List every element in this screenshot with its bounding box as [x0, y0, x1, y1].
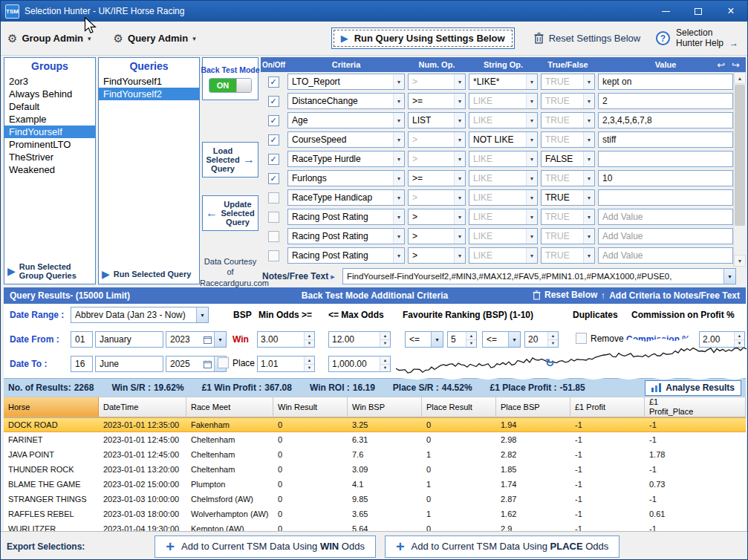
criteria-field-select[interactable]: CourseSpeed▾	[287, 131, 405, 148]
true-false-select[interactable]: TRUE▾	[541, 131, 595, 148]
place-checkbox[interactable]: Place	[218, 357, 255, 368]
true-false-select[interactable]: FALSE▾	[541, 151, 595, 167]
minimize-button[interactable]	[649, 1, 682, 22]
spin-up-icon[interactable]: ▲	[305, 332, 314, 339]
spin-up-icon[interactable]: ▲	[380, 356, 390, 364]
notes-free-text-input[interactable]: FindYourself-FindYourself2,#MIN3,#MAX12,…	[342, 268, 736, 284]
list-item-prominentlto[interactable]: ProminentLTO	[4, 138, 95, 151]
criteria-field-select[interactable]: DistanceChange▾	[287, 93, 405, 109]
list-item-always behind[interactable]: Always Behind	[4, 88, 95, 100]
string-operator-select[interactable]: LIKE▾	[469, 93, 538, 109]
refresh-icon[interactable]: ↻	[545, 356, 555, 370]
add-criteria-to-notes-button[interactable]: ↑ Add Criteria to Notes/Free Text	[601, 290, 740, 301]
list-item-default[interactable]: Default	[4, 100, 95, 113]
remove-duplicates-checkbox[interactable]: Remove	[576, 333, 624, 344]
criteria-enabled-checkbox[interactable]: ✓	[268, 96, 279, 107]
table-row[interactable]: JAVA POINT2023-01-01 12:45:00Cheltenham0…	[4, 447, 746, 462]
criteria-enabled-checkbox[interactable]: ✓	[268, 154, 279, 165]
date-from-month-select[interactable]: January	[95, 331, 163, 348]
reset-below-button[interactable]: Reset Below	[533, 290, 597, 300]
numeric-operator-select[interactable]: >▾	[408, 189, 466, 206]
numeric-operator-select[interactable]: >=▾	[408, 170, 466, 186]
criteria-field-select[interactable]: Racing Post Rating▾	[287, 247, 405, 264]
spin-down-icon[interactable]: ▼	[305, 364, 314, 372]
fav-rank-min-op-select[interactable]: <=▾	[405, 331, 443, 348]
true-false-select[interactable]: TRUE▾	[541, 247, 595, 264]
column-header[interactable]: Win Result	[273, 397, 348, 417]
column-header[interactable]: Place Result	[422, 397, 496, 417]
list-item-weakened[interactable]: Weakened	[4, 163, 95, 176]
criteria-value-input[interactable]: Add Value	[598, 228, 733, 244]
criteria-field-select[interactable]: LTO_Report▾	[287, 74, 405, 90]
string-operator-select[interactable]: LIKE▾	[469, 228, 538, 244]
table-row[interactable]: DOCK ROAD2023-01-01 12:35:00Fakenham03.2…	[4, 417, 746, 432]
reset-settings-button[interactable]: Reset Settings Below	[534, 33, 641, 44]
criteria-field-select[interactable]: Racing Post Rating▾	[287, 209, 405, 225]
undo-icon[interactable]: ↩	[717, 59, 725, 71]
criteria-enabled-checkbox[interactable]: ✓	[268, 134, 279, 146]
criteria-enabled-checkbox[interactable]	[268, 212, 279, 223]
table-row[interactable]: FARINET2023-01-01 12:45:00Cheltenham06.3…	[4, 432, 746, 447]
table-row[interactable]: THUNDER ROCK2023-01-01 13:20:00Cheltenha…	[4, 462, 746, 477]
criteria-field-select[interactable]: RaceType Hurdle▾	[287, 151, 405, 167]
close-button[interactable]: ×	[715, 1, 747, 22]
numeric-operator-select[interactable]: >▾	[408, 209, 466, 225]
date-range-select[interactable]: Abbrev Data (Jan 23 - Now) ▾	[71, 307, 209, 323]
date-to-month-select[interactable]: June	[95, 356, 163, 372]
spin-down-icon[interactable]: ▼	[380, 339, 390, 348]
numeric-operator-select[interactable]: >=▾	[408, 93, 466, 109]
group-admin-menu[interactable]: ⚙ Group Admin ▾	[7, 32, 91, 45]
criteria-value-input[interactable]: Add Value	[598, 209, 733, 225]
numeric-operator-select[interactable]: LIST▾	[408, 112, 466, 128]
string-operator-select[interactable]: NOT LIKE▾	[469, 131, 538, 148]
spin-down-icon[interactable]: ▼	[380, 364, 390, 372]
date-from-year-select[interactable]: 2023 ▾	[166, 331, 227, 348]
table-row[interactable]: BLAME THE GAME2023-01-02 15:00:00Plumpto…	[4, 477, 746, 492]
criteria-enabled-checkbox[interactable]	[268, 192, 279, 204]
criteria-value-input[interactable]	[598, 151, 733, 167]
criteria-value-input[interactable]: 2	[598, 93, 733, 109]
numeric-operator-select[interactable]: >▾	[408, 228, 466, 244]
string-operator-select[interactable]: LIKE▾	[469, 189, 538, 206]
spin-down-icon[interactable]: ▼	[735, 339, 744, 348]
load-selected-query-button[interactable]: Load Selected Query →	[202, 142, 258, 178]
criteria-enabled-checkbox[interactable]	[268, 231, 279, 242]
true-false-select[interactable]: TRUE▾	[541, 170, 595, 186]
update-selected-query-button[interactable]: ← Update Selected Query	[202, 195, 258, 231]
string-operator-select[interactable]: LIKE▾	[469, 151, 538, 167]
fav-rank-min-spinner[interactable]: 5 ▲▼	[447, 331, 477, 348]
column-header[interactable]: Win BSP	[348, 397, 422, 417]
redo-icon[interactable]: ↪	[732, 59, 740, 71]
analyse-results-button[interactable]: Analyse Results	[645, 380, 741, 396]
spin-up-icon[interactable]: ▲	[466, 332, 476, 339]
criteria-value-input[interactable]: Add Value	[598, 247, 733, 264]
criteria-field-select[interactable]: Racing Post Rating▾	[287, 228, 405, 244]
spin-down-icon[interactable]: ▼	[305, 339, 314, 348]
table-row[interactable]: STRANGER THINGS2023-01-03 10:00:00Chelms…	[4, 492, 746, 507]
help-button[interactable]: ? SelectionHunter Help →	[656, 28, 738, 49]
run-group-queries-button[interactable]: ▶ Run Selected Group Queries	[4, 258, 95, 284]
criteria-enabled-checkbox[interactable]	[268, 250, 279, 261]
string-operator-select[interactable]: LIKE▾	[469, 170, 538, 186]
list-item-thestriver[interactable]: TheStriver	[4, 151, 95, 163]
table-row[interactable]: RAFFLES REBEL2023-01-03 18:00:00Wolverha…	[4, 507, 746, 521]
string-operator-select[interactable]: *LIKE*▾	[469, 74, 538, 90]
true-false-select[interactable]: TRUE▾	[541, 74, 595, 90]
table-row[interactable]: WURLITZER2023-01-04 19:30:00Kempton (AW)…	[4, 521, 746, 531]
spin-up-icon[interactable]: ▲	[380, 332, 390, 339]
criteria-enabled-checkbox[interactable]: ✓	[268, 173, 279, 184]
string-operator-select[interactable]: LIKE▾	[469, 209, 538, 225]
criteria-value-input[interactable]: 10	[598, 170, 733, 186]
criteria-scrollbar[interactable]: ▲ ▼	[733, 72, 746, 267]
place-max-odds-spinner[interactable]: 1,000.00 ▲▼	[328, 356, 391, 372]
spin-down-icon[interactable]: ▼	[548, 339, 558, 348]
numeric-operator-select[interactable]: >▾	[408, 247, 466, 264]
scroll-up-button[interactable]: ▲	[734, 72, 746, 84]
true-false-select[interactable]: TRUE▾	[541, 228, 595, 244]
column-header[interactable]: Horse	[4, 397, 99, 417]
spin-up-icon[interactable]: ▲	[305, 356, 314, 364]
list-item-2or3[interactable]: 2or3	[4, 75, 95, 88]
win-min-odds-spinner[interactable]: 3.00 ▲▼	[257, 331, 315, 348]
criteria-value-input[interactable]	[598, 189, 733, 206]
spin-up-icon[interactable]: ▲	[735, 332, 744, 339]
